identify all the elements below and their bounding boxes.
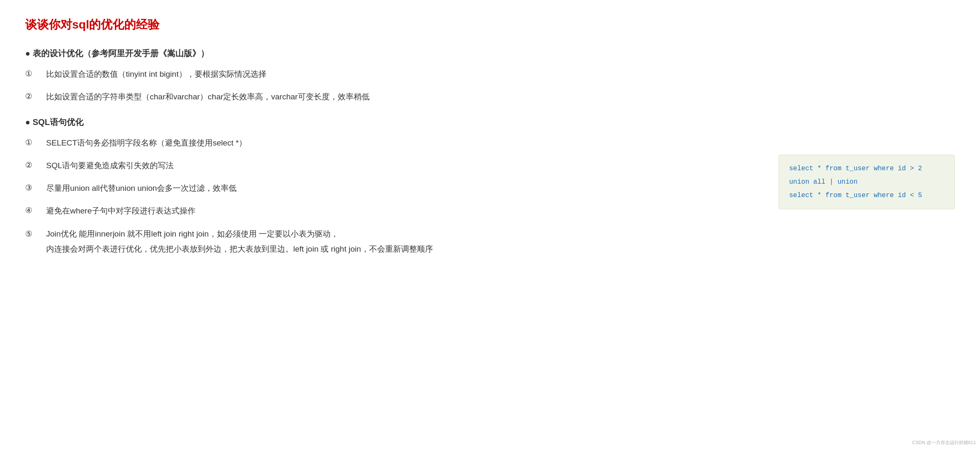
list-item: ② SQL语句要避免造成索引失效的写法 select * from t_user… (25, 159, 955, 172)
item-number-s2-4: ④ (25, 204, 46, 217)
list-item: ① SELECT语句务必指明字段名称（避免直接使用select *） (25, 136, 955, 150)
item-number-s2-2: ② (25, 159, 46, 172)
code-line-2: union all | union (789, 175, 944, 189)
code-box: select * from t_user where id > 2 union … (779, 155, 955, 209)
section-1-header: ● 表的设计优化（参考阿里开发手册《嵩山版》） (25, 48, 955, 59)
item-number-s2-5: ⑤ (25, 227, 46, 241)
item-number-s2-3: ③ (25, 182, 46, 194)
list-item: ② 比如设置合适的字符串类型（char和varchar）char定长效率高，va… (25, 90, 955, 104)
section-2-header-text: ● SQL语句优化 (25, 117, 83, 128)
item-number-1: ① (25, 68, 46, 80)
list-item: ⑤ Join优化 能用innerjoin 就不用left join right … (25, 227, 955, 256)
code-line-3: select * from t_user where id < 5 (789, 189, 944, 202)
section-1: ● 表的设计优化（参考阿里开发手册《嵩山版》） ① 比如设置合适的数值（tiny… (25, 48, 955, 104)
code-union-all: union all (789, 178, 825, 186)
item-text-2: 比如设置合适的字符串类型（char和varchar）char定长效率高，varc… (46, 90, 955, 104)
join-first-line: ⑤ Join优化 能用innerjoin 就不用left join right … (25, 227, 955, 241)
list-item: ① 比如设置合适的数值（tinyint int bigint），要根据实际情况选… (25, 68, 955, 81)
item-number-s2-1: ① (25, 136, 46, 149)
section-1-header-text: ● 表的设计优化（参考阿里开发手册《嵩山版》） (25, 48, 209, 59)
code-line-1: select * from t_user where id > 2 (789, 162, 944, 175)
item-text-s2-5-line2: 内连接会对两个表进行优化，优先把小表放到外边，把大表放到里边。left join… (25, 242, 955, 256)
item-text-s2-5-line1: Join优化 能用innerjoin 就不用left join right jo… (46, 227, 955, 241)
item-text-s2-1: SELECT语句务必指明字段名称（避免直接使用select *） (46, 136, 955, 150)
item-text-with-code: SQL语句要避免造成索引失效的写法 select * from t_user w… (46, 159, 955, 172)
code-text-3: select * from t_user where id < 5 (789, 192, 922, 199)
code-union: union (837, 178, 858, 186)
code-text-1: select * from t_user where id > 2 (789, 165, 922, 172)
code-sep: | (825, 178, 837, 186)
section-2: ● SQL语句优化 ① SELECT语句务必指明字段名称（避免直接使用selec… (25, 117, 955, 256)
item-text-1: 比如设置合适的数值（tinyint int bigint），要根据实际情况选择 (46, 68, 955, 81)
section-2-header: ● SQL语句优化 (25, 117, 955, 128)
item-number-2: ② (25, 90, 46, 103)
page-title: 谈谈你对sql的优化的经验 (25, 17, 955, 33)
